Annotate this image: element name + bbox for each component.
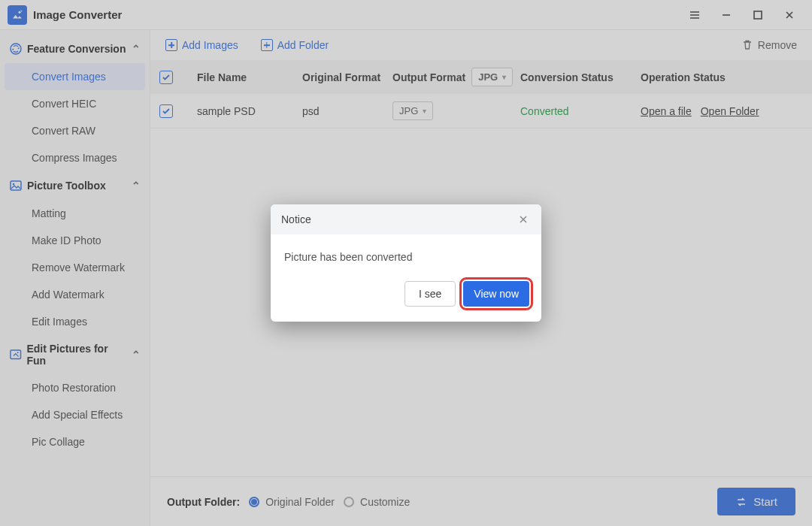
view-now-button[interactable]: View now: [463, 281, 529, 307]
close-icon: [519, 215, 528, 224]
dialog-message: Picture has been converted: [284, 251, 412, 263]
i-see-button[interactable]: I see: [404, 281, 456, 307]
modal-overlay: Notice Picture has been converted I see …: [0, 0, 812, 526]
dialog-close-button[interactable]: [516, 212, 531, 227]
notice-dialog: Notice Picture has been converted I see …: [271, 204, 541, 322]
dialog-title: Notice: [281, 213, 311, 225]
